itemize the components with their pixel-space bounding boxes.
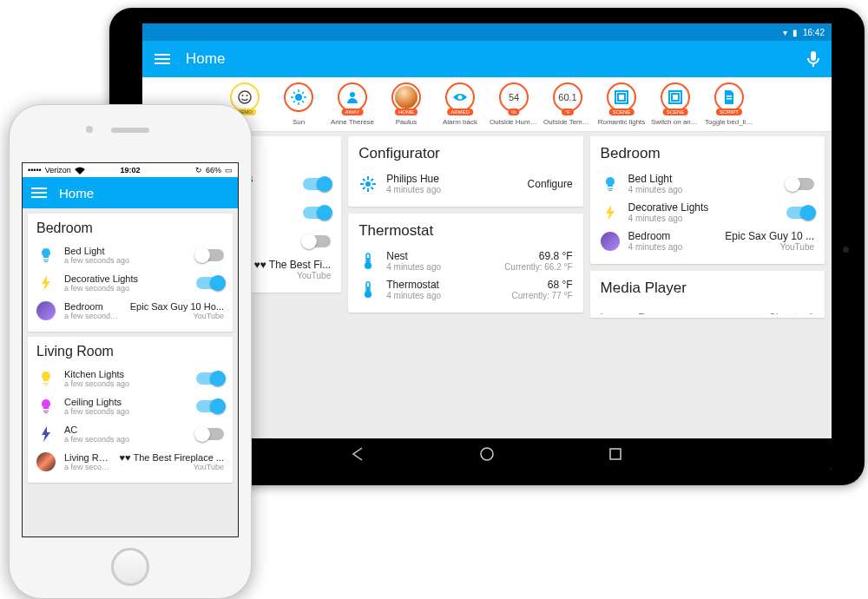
entity-state: 69.8 °FCurrently: 66.2 °F — [504, 250, 572, 272]
bulb-blue-icon — [601, 174, 620, 194]
state-chip[interactable]: Sun — [274, 82, 323, 126]
doc-icon: SCRIPT — [714, 82, 744, 112]
state-chip[interactable]: HOMEPaulus — [382, 82, 431, 126]
state-chip[interactable]: SCENESwitch on and off — [651, 82, 700, 126]
svg-point-12 — [350, 92, 355, 97]
entity-state: Epic Sax Guy 10 ...YouTube — [725, 230, 814, 252]
toggle-switch[interactable] — [786, 178, 814, 190]
entity-row[interactable]: Lounge RoomChapter 1 — [601, 304, 814, 314]
state-chip[interactable]: 54%Outside Humidity — [490, 82, 538, 126]
svg-point-3 — [295, 94, 302, 101]
signal-icon: ••••• — [28, 166, 42, 174]
svg-line-28 — [372, 179, 374, 181]
face-icon: HOME — [391, 82, 421, 112]
svg-line-8 — [293, 92, 295, 94]
bolt-yellow-icon — [36, 273, 56, 293]
nav-recent-icon[interactable] — [608, 446, 623, 462]
entity-text: Decorative Lights4 minutes ago — [628, 201, 778, 223]
thermo-icon — [358, 252, 378, 271]
chip-label: Paulus — [396, 119, 417, 126]
entity-text: Bedrooma few seconds a... — [64, 301, 122, 320]
toggle-switch[interactable] — [196, 249, 224, 261]
statusbar-time: 19:02 — [120, 166, 140, 174]
card-bedroom: Bedroom Bed Lighta few seconds agoDecora… — [28, 214, 233, 332]
state-chip[interactable]: SCENERomantic lights — [597, 82, 646, 126]
toggle-switch[interactable] — [786, 207, 814, 219]
phone-statusbar: ••••• Verizon 19:02 ↻ 66% ▭ — [23, 163, 238, 177]
toggle-switch[interactable] — [303, 178, 331, 190]
entity-title: Decorative Lights — [64, 273, 187, 284]
entity-row[interactable]: Bed Lighta few seconds ago — [36, 241, 224, 269]
card-title: Configurator — [358, 145, 572, 162]
entity-state: Epic Sax Guy 10 Ho...YouTube — [130, 301, 224, 320]
entity-state: Chapter 1 — [768, 312, 814, 314]
person-icon: AWAY — [338, 82, 367, 112]
battery-icon: ▮ — [792, 28, 798, 37]
nav-back-icon[interactable] — [351, 446, 366, 462]
svg-rect-19 — [727, 98, 732, 100]
entity-state[interactable]: Configure — [528, 178, 573, 190]
entity-row[interactable]: Bedroom4 minutes agoEpic Sax Guy 10 ...Y… — [601, 227, 814, 255]
entity-row[interactable]: Ceiling Lightsa few seconds ago — [36, 392, 224, 420]
toggle-switch[interactable] — [196, 428, 224, 440]
svg-line-27 — [363, 187, 365, 189]
entity-title: Thermostat — [386, 279, 503, 291]
toggle-switch[interactable] — [303, 207, 331, 219]
toggle-switch[interactable] — [303, 235, 331, 247]
card-thermostat: Thermostat Nest4 minutes ago69.8 °FCurre… — [348, 214, 582, 313]
phone-cards[interactable]: Bedroom Bed Lighta few seconds agoDecora… — [23, 208, 238, 488]
state-chip[interactable]: 60.1°FOutside Temperat... — [543, 82, 592, 126]
entity-row[interactable]: Kitchen Lightsa few seconds ago — [36, 365, 224, 392]
entity-subtitle: a few seconds ago — [64, 379, 187, 388]
phone-speaker — [111, 128, 149, 133]
phone-device: ••••• Verizon 19:02 ↻ 66% ▭ Home Bedroom… — [9, 104, 252, 599]
entity-row[interactable]: Decorative Lights4 minutes ago — [601, 198, 814, 227]
entity-row[interactable]: Thermostat4 minutes ago68 °FCurrently: 7… — [358, 275, 572, 304]
nav-home-icon[interactable] — [479, 446, 495, 462]
value-icon: 54% — [499, 82, 529, 112]
entity-title: Bed Light — [64, 246, 187, 256]
bulb-yellow-icon — [36, 369, 56, 388]
entity-row[interactable]: ACa few seconds ago — [36, 420, 224, 448]
menu-icon[interactable] — [31, 192, 47, 194]
menu-icon[interactable] — [155, 58, 170, 60]
tablet-appbar: Home — [142, 41, 832, 77]
toggle-switch[interactable] — [196, 277, 224, 289]
entity-subtitle: 4 minutes ago — [628, 214, 778, 223]
phone-home-button[interactable] — [111, 548, 149, 586]
toggle-switch[interactable] — [196, 400, 224, 412]
chip-badge: HOME — [395, 109, 418, 115]
svg-point-35 — [481, 448, 493, 460]
chip-badge: SCRIPT — [716, 109, 742, 115]
entity-row[interactable]: Nest4 minutes ago69.8 °FCurrently: 66.2 … — [358, 247, 572, 275]
entity-text: Bedroom4 minutes ago — [628, 230, 717, 252]
entity-row[interactable]: Bedrooma few seconds a...Epic Sax Guy 10… — [36, 297, 224, 325]
entity-title: Nest — [386, 250, 496, 262]
toggle-switch[interactable] — [196, 372, 224, 385]
card-title: Bedroom — [36, 221, 224, 236]
entity-row[interactable]: Philips Hue4 minutes agoConfigure — [358, 169, 572, 198]
entity-subtitle: a few seconds ago — [64, 284, 187, 293]
chip-label: Alarm back — [443, 119, 477, 126]
entity-subtitle: 4 minutes ago — [386, 262, 496, 272]
chip-label: Anne Therese — [331, 119, 374, 126]
chip-badge: SCENE — [663, 109, 688, 115]
gear-icon — [358, 174, 378, 194]
entity-subtitle: a few seconds ago — [64, 256, 187, 265]
svg-point-0 — [239, 91, 251, 103]
state-chip[interactable]: ARMEDAlarm back — [436, 82, 484, 126]
entity-row[interactable]: Living Rooma few secon...♥♥ The Best Fir… — [36, 448, 224, 476]
entity-state: 68 °FCurrently: 77 °F — [511, 279, 572, 300]
mic-icon[interactable] — [807, 51, 819, 67]
card-media-player: Media Player Lounge RoomChapter 1 — [590, 271, 825, 318]
chip-label: Outside Humidity — [490, 119, 538, 126]
entity-row[interactable]: Bed Light4 minutes ago — [601, 169, 814, 198]
bolt-yellow-icon — [601, 203, 620, 222]
entity-title: Bedroom — [628, 230, 717, 242]
phone-appbar: Home — [23, 177, 238, 208]
entity-row[interactable]: Decorative Lightsa few seconds ago — [36, 269, 224, 297]
state-chip[interactable]: SCRIPTToggle bed_light — [705, 82, 753, 126]
state-chip[interactable]: AWAYAnne Therese — [328, 82, 377, 126]
chip-label: Switch on and off — [651, 119, 700, 126]
entity-title: Living Room — [64, 452, 111, 463]
